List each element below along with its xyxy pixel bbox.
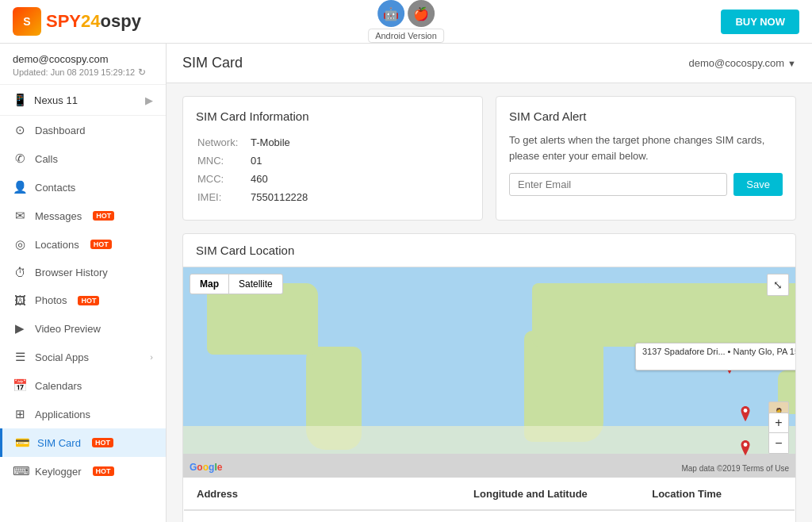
ios-btn[interactable]: 🍎	[408, 0, 435, 27]
social-apps-arrow-icon: ›	[150, 352, 153, 362]
sidebar-item-label: Social Apps	[35, 351, 89, 363]
android-btn[interactable]: 🤖	[377, 0, 404, 27]
sim-alert-card: SIM Card Alert To get alerts when the ta…	[496, 96, 796, 221]
sim-mcc-row: MCC: 460	[197, 171, 468, 187]
sidebar-account: demo@cocospy.com Updated: Jun 08 2019 15…	[0, 44, 166, 85]
sidebar-item-calendars[interactable]: 📅 Calendars	[0, 371, 166, 400]
calls-icon: ✆	[13, 152, 27, 166]
continent-antarctica	[183, 426, 795, 454]
map-pin-2[interactable]	[738, 406, 753, 424]
account-updated: Updated: Jun 08 2019 15:29:12 ↻	[13, 67, 153, 78]
sidebar: demo@cocospy.com Updated: Jun 08 2019 15…	[0, 44, 167, 522]
sidebar-item-label: Locations	[35, 239, 79, 251]
sidebar-item-label: Video Preview	[35, 323, 101, 335]
row-lat-lng: 39.987583,-75.230015	[461, 510, 639, 522]
main-layout: demo@cocospy.com Updated: Jun 08 2019 15…	[0, 44, 812, 522]
calendars-icon: 📅	[13, 378, 27, 393]
buy-now-button[interactable]: BUY NOW	[721, 10, 799, 34]
map-tooltip-text: 3137 Spadafore Dri... • Nanty Glo, PA 15…	[642, 347, 795, 356]
sidebar-item-photos[interactable]: 🖼 Photos HOT	[0, 286, 166, 314]
user-menu-arrow-icon: ▼	[787, 59, 796, 68]
social-apps-icon: ☰	[13, 350, 27, 364]
sim-mnc-row: MNC: 01	[197, 152, 468, 169]
platform-icons: 🤖 🍎	[377, 0, 435, 27]
sim-card-icon: 💳	[15, 436, 29, 450]
map-pin-3[interactable]	[738, 440, 753, 458]
map-container[interactable]: Map Satellite ⤡ 3137 Spadafore Dri... • …	[183, 267, 795, 478]
device-expand-icon[interactable]: ▶	[145, 94, 153, 106]
sidebar-item-label: Applications	[35, 409, 90, 420]
sidebar-item-label: Calendars	[35, 380, 82, 392]
table-body: 4184 Cityview Drive Glenolden, PA 19036 …	[184, 510, 795, 522]
video-preview-icon: ▶	[13, 321, 27, 336]
save-button[interactable]: Save	[733, 173, 783, 196]
table-header-row: Address Longitude and Latitude Location …	[184, 478, 795, 511]
logo-spy: SPY	[46, 11, 81, 32]
logo-24: 24	[81, 11, 100, 32]
photos-hot-badge: HOT	[78, 296, 99, 305]
sidebar-item-dashboard[interactable]: ⊙ Dashboard	[0, 116, 166, 144]
android-label: Android Version	[368, 29, 444, 43]
sim-info-title: SIM Card Information	[196, 109, 469, 123]
sidebar-item-contacts[interactable]: 👤 Contacts	[0, 173, 166, 202]
google-logo: Google	[190, 462, 222, 473]
refresh-icon[interactable]: ↻	[138, 67, 146, 78]
sidebar-item-label: SIM Card	[37, 437, 81, 449]
sidebar-item-messages[interactable]: ✉ Messages HOT	[0, 202, 166, 230]
content-body: SIM Card Information Network: T-Mobile M…	[167, 83, 812, 522]
keylogger-icon: ⌨	[13, 464, 27, 478]
contacts-icon: 👤	[13, 180, 27, 194]
sidebar-item-label: Calls	[35, 153, 58, 165]
sim-info-table: Network: T-Mobile MNC: 01 MCC: 460 IME	[196, 132, 469, 207]
device-icon: 📱	[13, 93, 28, 107]
account-email: demo@cocospy.com	[13, 53, 153, 65]
sidebar-item-calls[interactable]: ✆ Calls	[0, 144, 166, 173]
sim-card-hot-badge: HOT	[92, 438, 113, 447]
satellite-view-button[interactable]: Satellite	[229, 274, 283, 294]
dashboard-icon: ⊙	[13, 123, 27, 137]
top-bar: S SPY 24 ospy 🤖 🍎 Android Version BUY NO…	[0, 0, 812, 44]
sidebar-item-label: Dashboard	[35, 125, 86, 136]
sim-alert-input-row: Save	[509, 173, 783, 196]
sim-mcc-label: MCC:	[197, 171, 249, 187]
sidebar-item-video-preview[interactable]: ▶ Video Preview	[0, 314, 166, 343]
sim-alert-title: SIM Card Alert	[509, 109, 783, 123]
alert-email-input[interactable]	[509, 173, 727, 196]
map-view-button[interactable]: Map	[190, 274, 229, 294]
sidebar-item-label: Browser History	[35, 267, 108, 278]
sim-info-row: SIM Card Information Network: T-Mobile M…	[182, 96, 796, 221]
row-time: 2018-05-04 21:08:29	[639, 510, 795, 522]
photos-icon: 🖼	[13, 294, 27, 307]
map-fullscreen-button[interactable]: ⤡	[767, 274, 789, 296]
sidebar-item-applications[interactable]: ⊞ Applications	[0, 400, 166, 428]
sim-location-card: SIM Card Location	[182, 233, 796, 522]
svg-point-2	[744, 443, 748, 447]
sim-network-row: Network: T-Mobile	[197, 134, 468, 151]
page-title: SIM Card	[182, 55, 243, 71]
locations-hot-badge: HOT	[90, 240, 112, 249]
col-time: Location Time	[639, 478, 795, 511]
messages-hot-badge: HOT	[93, 211, 114, 221]
map-zoom-controls: + −	[768, 413, 789, 454]
sidebar-item-label: Messages	[35, 210, 82, 222]
sidebar-item-label: Photos	[35, 294, 67, 306]
logo-ospy: ospy	[101, 11, 141, 32]
continent-africa	[524, 331, 603, 442]
sidebar-item-label: Contacts	[35, 182, 75, 194]
sidebar-item-keylogger[interactable]: ⌨ Keylogger HOT	[0, 457, 166, 486]
sidebar-item-sim-card[interactable]: 💳 SIM Card HOT	[0, 428, 166, 457]
sidebar-item-locations[interactable]: ◎ Locations HOT	[0, 230, 166, 259]
location-table: Address Longitude and Latitude Location …	[183, 478, 795, 522]
sidebar-item-browser-history[interactable]: ⏱ Browser History	[0, 259, 166, 286]
zoom-in-button[interactable]: +	[768, 413, 789, 433]
keylogger-hot-badge: HOT	[93, 466, 114, 476]
device-name: 📱 Nexus 11	[13, 93, 78, 107]
sidebar-item-social-apps[interactable]: ☰ Social Apps ›	[0, 343, 166, 371]
content-header: SIM Card demo@cocospy.com ▼	[167, 44, 812, 83]
map-controls: Map Satellite	[190, 274, 283, 294]
messages-icon: ✉	[13, 209, 27, 223]
user-menu[interactable]: demo@cocospy.com ▼	[688, 57, 796, 69]
zoom-out-button[interactable]: −	[768, 433, 789, 454]
fake-map: Map Satellite ⤡ 3137 Spadafore Dri... • …	[183, 267, 795, 478]
map-attribution: Map data ©2019 Terms of Use	[681, 464, 789, 473]
